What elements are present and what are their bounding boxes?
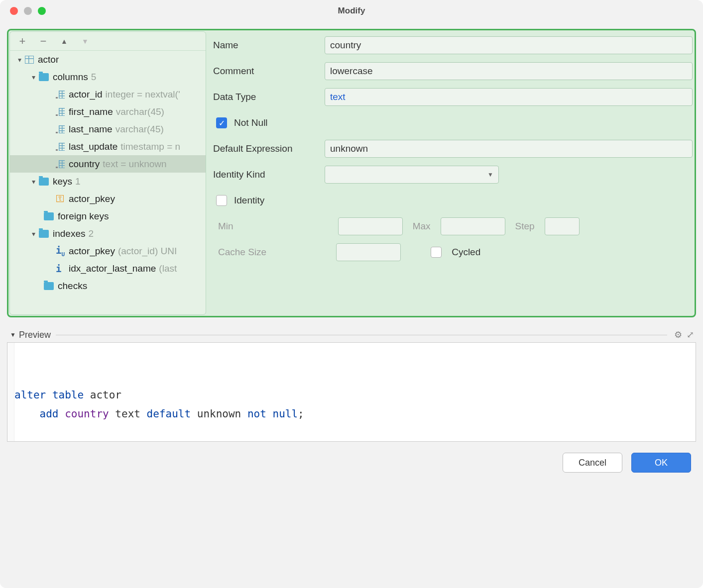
tree-column-row[interactable]: actor_id integer = nextval(': [10, 86, 206, 103]
chevron-down-icon[interactable]: ▾: [14, 56, 25, 64]
index-icon: iU: [56, 245, 65, 258]
gear-icon[interactable]: ⚙: [672, 329, 684, 340]
window-title: Modify: [0, 6, 703, 16]
datatype-input[interactable]: [325, 88, 693, 106]
folder-icon: [39, 178, 49, 186]
tree-table-row[interactable]: ▾ actor: [10, 51, 206, 68]
upper-panel: + − ▲ ▼ ▾ actor ▾ columns 5: [7, 29, 696, 317]
cycled-checkbox[interactable]: [431, 247, 442, 258]
chevron-down-icon: ▼: [487, 171, 493, 178]
default-input[interactable]: [325, 140, 693, 158]
max-input[interactable]: [441, 217, 505, 235]
notnull-label: Not Null: [234, 117, 268, 128]
tree-index-row[interactable]: iU actor_pkey (actor_id) UNI: [10, 242, 206, 260]
content: + − ▲ ▼ ▾ actor ▾ columns 5: [0, 22, 703, 588]
folder-icon: [44, 212, 54, 220]
expand-icon[interactable]: ⤢: [684, 329, 696, 340]
identity-checkbox[interactable]: [216, 195, 227, 206]
index-icon: i: [56, 263, 65, 274]
tree-key-row[interactable]: ⚿ actor_pkey: [10, 190, 206, 207]
column-icon: [56, 91, 65, 98]
identity-kind-select[interactable]: ▼: [325, 166, 499, 184]
name-label: Name: [213, 40, 318, 51]
datatype-label: Data Type: [213, 92, 318, 102]
chevron-down-icon[interactable]: ▾: [28, 73, 39, 81]
tree-checks-folder[interactable]: checks: [10, 277, 206, 294]
notnull-checkbox[interactable]: ✓: [216, 117, 227, 128]
tree-column-row[interactable]: last_name varchar(45): [10, 120, 206, 138]
preview-header: ▼ Preview ⚙ ⤢: [7, 327, 696, 342]
default-label: Default Expression: [213, 143, 318, 154]
cache-size-label: Cache Size: [218, 247, 266, 258]
chevron-down-icon[interactable]: ▾: [28, 178, 39, 186]
table-icon: [25, 56, 34, 64]
dialog-buttons: Cancel OK: [7, 442, 696, 473]
cache-size-input[interactable]: [336, 243, 401, 261]
identity-label: Identity: [234, 195, 264, 206]
comment-input[interactable]: [325, 62, 693, 80]
titlebar: Modify: [0, 0, 703, 22]
cycled-label: Cycled: [452, 247, 480, 258]
tree-label: actor: [38, 54, 59, 65]
preview-label: Preview: [19, 330, 51, 340]
column-form: Name Comment Data Type ✓ Not Null Defaul…: [212, 31, 694, 315]
object-tree-panel: + − ▲ ▼ ▾ actor ▾ columns 5: [9, 31, 206, 315]
column-icon: [56, 143, 65, 151]
comment-label: Comment: [213, 66, 318, 77]
tree-column-row[interactable]: first_name varchar(45): [10, 103, 206, 120]
column-icon: [56, 160, 65, 168]
object-tree: ▾ actor ▾ columns 5 actor_id integer = n…: [10, 51, 206, 314]
folder-icon: [39, 73, 49, 81]
ok-button[interactable]: OK: [631, 453, 691, 473]
min-input[interactable]: [338, 217, 403, 235]
move-down-button[interactable]: ▼: [80, 36, 91, 47]
tree-index-row[interactable]: i idx_actor_last_name (last: [10, 260, 206, 277]
chevron-down-icon[interactable]: ▼: [7, 331, 19, 338]
tree-columns-folder[interactable]: ▾ columns 5: [10, 68, 206, 86]
modify-dialog: Modify + − ▲ ▼ ▾ actor: [0, 0, 703, 588]
max-label: Max: [413, 221, 431, 232]
column-icon: [56, 108, 65, 116]
tree-foreign-keys-folder[interactable]: foreign keys: [10, 207, 206, 225]
move-up-button[interactable]: ▲: [59, 36, 70, 47]
step-input[interactable]: [545, 217, 580, 235]
editor-gutter: [7, 343, 14, 441]
remove-button[interactable]: −: [38, 36, 49, 47]
folder-icon: [39, 230, 49, 238]
tree-column-row[interactable]: last_update timestamp = n: [10, 138, 206, 155]
add-button[interactable]: +: [17, 36, 28, 47]
tree-column-row-selected[interactable]: country text = unknown: [10, 155, 206, 173]
identity-kind-label: Identity Kind: [213, 169, 318, 180]
key-icon: ⚿: [56, 194, 65, 204]
divider: [56, 335, 667, 335]
tree-keys-folder[interactable]: ▾ keys 1: [10, 173, 206, 190]
folder-icon: [44, 282, 54, 290]
column-icon: [56, 125, 65, 133]
sql-preview[interactable]: alter table actor add country text defau…: [7, 342, 696, 442]
tree-indexes-folder[interactable]: ▾ indexes 2: [10, 225, 206, 242]
tree-toolbar: + − ▲ ▼: [10, 32, 206, 51]
name-input[interactable]: [325, 36, 693, 54]
cancel-button[interactable]: Cancel: [563, 453, 622, 473]
chevron-down-icon[interactable]: ▾: [28, 230, 39, 238]
min-label: Min: [218, 221, 234, 232]
step-label: Step: [515, 221, 535, 232]
